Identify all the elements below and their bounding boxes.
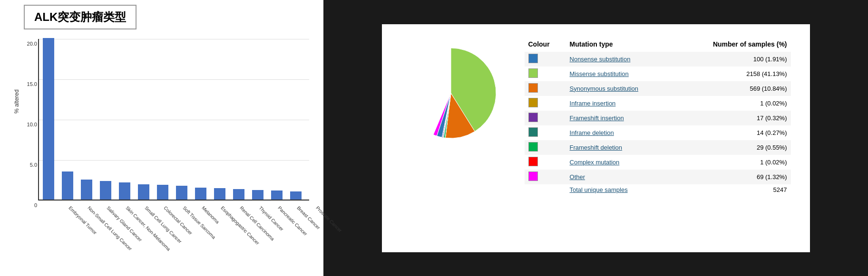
left-panel: ALK突变肿瘤类型 % altered 05.010.015.020.0 Emb…	[0, 0, 323, 276]
bar-7	[176, 186, 187, 200]
x-label-8: Esophagogastric Cancer	[220, 205, 260, 246]
mutation-link-1[interactable]: Missense substitution	[570, 70, 629, 77]
table-row: Inframe deletion14 (0.27%)	[525, 125, 791, 140]
bar-2	[81, 180, 92, 200]
mutation-type-cell-4[interactable]: Frameshift insertion	[566, 111, 675, 125]
bar-13	[290, 191, 302, 200]
bar-4	[119, 182, 130, 200]
x-label-2: Salivary Gland Cancer	[106, 205, 143, 243]
samples-header: Number of samples (%)	[674, 38, 790, 52]
table-row: Synonymous substitution569 (10.84%)	[525, 81, 791, 96]
samples-cell-0: 100 (1.91%)	[674, 52, 790, 67]
mutation-link-5[interactable]: Inframe deletion	[570, 129, 614, 136]
colour-cell-8	[525, 170, 566, 184]
mutation-link-4[interactable]: Frameshift insertion	[570, 114, 624, 122]
y-tick-20: 20.0	[27, 41, 37, 47]
samples-cell-4: 17 (0.32%)	[674, 111, 790, 125]
mutation-table: Colour Mutation type Number of samples (…	[525, 38, 791, 195]
color-swatch-7	[528, 157, 538, 166]
bar-0	[43, 38, 54, 200]
bar-11	[252, 190, 263, 200]
table-row: Nonsense substitution100 (1.91%)	[525, 52, 791, 67]
table-row: Inframe insertion1 (0.02%)	[525, 96, 791, 111]
samples-cell-2: 569 (10.84%)	[674, 81, 790, 96]
colour-cell-0	[525, 52, 566, 67]
samples-cell-3: 1 (0.02%)	[674, 96, 790, 111]
bar-10	[233, 189, 244, 200]
pie-chart-container	[401, 38, 506, 145]
mutation-type-cell-8[interactable]: Other	[566, 170, 675, 184]
colour-cell-5	[525, 125, 566, 140]
color-swatch-5	[528, 127, 538, 137]
bar-9	[214, 188, 225, 200]
table-row: Other69 (1.32%)	[525, 170, 791, 184]
pie-chart	[401, 43, 501, 143]
mutation-link-2[interactable]: Synonymous substitution	[570, 85, 639, 92]
x-label-9: Renal Cell Carcinoma	[239, 205, 275, 242]
chart-title: ALK突变肿瘤类型	[24, 5, 137, 29]
y-tick-0: 0	[34, 202, 37, 208]
mutation-link-3[interactable]: Inframe insertion	[570, 100, 616, 107]
mutation-type-cell-3[interactable]: Inframe insertion	[566, 96, 675, 111]
mutation-type-cell-1[interactable]: Missense substitution	[566, 67, 675, 81]
bar-chart: % altered 05.010.015.020.0 Embryonal Tum…	[14, 34, 319, 238]
table-row: Complex mutation1 (0.02%)	[525, 155, 791, 170]
color-swatch-3	[528, 98, 538, 107]
y-tick-5: 5.0	[30, 162, 37, 168]
total-value: 5247	[674, 184, 790, 195]
total-row: Total unique samples5247	[525, 184, 791, 195]
table-row: Frameshift deletion29 (0.55%)	[525, 140, 791, 155]
color-swatch-0	[528, 54, 538, 63]
color-swatch-2	[528, 83, 538, 93]
bar-6	[157, 185, 168, 200]
mutation-type-cell-2[interactable]: Synonymous substitution	[566, 81, 675, 96]
right-panel: Colour Mutation type Number of samples (…	[323, 0, 868, 276]
colour-cell-7	[525, 155, 566, 170]
table-row: Missense substitution2158 (41.13%)	[525, 67, 791, 81]
mutation-link-0[interactable]: Nonsense substitution	[570, 56, 631, 63]
samples-cell-8: 69 (1.32%)	[674, 170, 790, 184]
bar-1	[62, 171, 73, 200]
color-swatch-4	[528, 113, 538, 122]
mutation-type-cell-7[interactable]: Complex mutation	[566, 155, 675, 170]
samples-cell-1: 2158 (41.13%)	[674, 67, 790, 81]
mutation-type-cell-6[interactable]: Frameshift deletion	[566, 140, 675, 155]
y-tick-10: 10.0	[27, 122, 37, 127]
x-label-4: Small Cell Lung Cancer	[144, 205, 183, 244]
mutation-type-cell-5[interactable]: Inframe deletion	[566, 125, 675, 140]
x-label-6: Soft Tissue Sarcoma	[182, 205, 216, 240]
bar-3	[100, 181, 111, 200]
right-content: Colour Mutation type Number of samples (…	[382, 24, 810, 252]
samples-cell-7: 1 (0.02%)	[674, 155, 790, 170]
mutation-link-7[interactable]: Complex mutation	[570, 159, 620, 166]
bar-12	[271, 190, 283, 200]
mutation-link-6[interactable]: Frameshift deletion	[570, 144, 623, 151]
table-row: Frameshift insertion17 (0.32%)	[525, 111, 791, 125]
mutation-link-8[interactable]: Other	[570, 173, 585, 181]
color-swatch-8	[528, 171, 538, 181]
color-swatch-1	[528, 68, 538, 78]
color-swatch-6	[528, 142, 538, 152]
mutation-type-header: Mutation type	[566, 38, 675, 52]
samples-cell-5: 14 (0.27%)	[674, 125, 790, 140]
total-label[interactable]: Total unique samples	[570, 186, 628, 193]
colour-cell-1	[525, 67, 566, 81]
mutation-type-cell-0[interactable]: Nonsense substitution	[566, 52, 675, 67]
samples-cell-6: 29 (0.55%)	[674, 140, 790, 155]
colour-cell-4	[525, 111, 566, 125]
x-label-7: Melanoma	[201, 205, 220, 225]
y-ticks: 05.010.015.020.0	[19, 39, 38, 200]
chart-area	[38, 39, 309, 200]
colour-cell-3	[525, 96, 566, 111]
bar-5	[138, 184, 149, 200]
bar-8	[195, 188, 206, 200]
colour-cell-2	[525, 81, 566, 96]
y-tick-15: 15.0	[27, 81, 37, 87]
x-labels: Embryonal TumorNon-Small Cell Lung Cance…	[38, 203, 309, 269]
colour-cell-6	[525, 140, 566, 155]
colour-header: Colour	[525, 38, 566, 52]
legend-table: Colour Mutation type Number of samples (…	[525, 38, 791, 195]
